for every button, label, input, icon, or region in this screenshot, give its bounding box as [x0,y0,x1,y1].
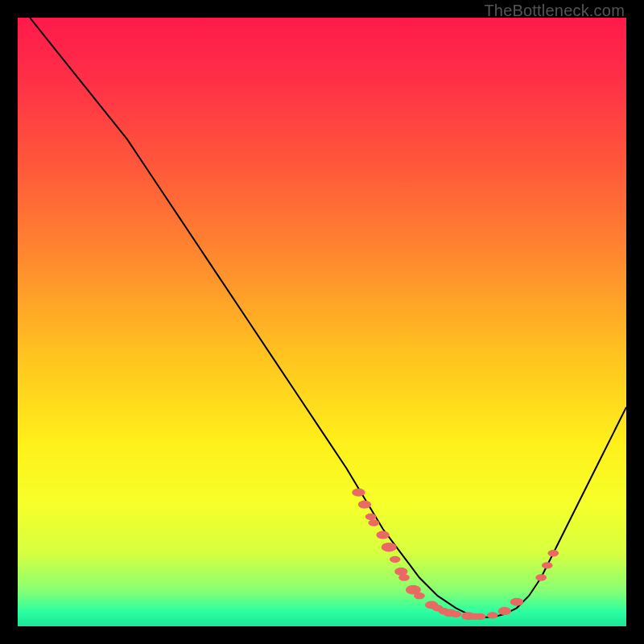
curve-marker [394,568,407,576]
gradient-background [18,18,626,626]
curve-marker [398,574,410,580]
curve-marker [376,531,389,539]
curve-marker [498,607,511,615]
curve-marker [547,550,559,556]
curve-marker [365,514,377,520]
chart-svg [18,18,626,626]
curve-marker [451,611,462,617]
curve-marker [414,592,425,599]
curve-marker [510,598,523,606]
curve-marker [535,574,547,580]
curve-marker [390,556,401,563]
curve-marker [368,519,379,526]
chart-frame [18,18,626,626]
curve-marker [475,613,486,620]
curve-marker [382,543,397,552]
curve-marker [358,501,371,509]
curve-marker [487,612,498,618]
curve-marker [542,562,553,568]
curve-marker [352,489,365,497]
